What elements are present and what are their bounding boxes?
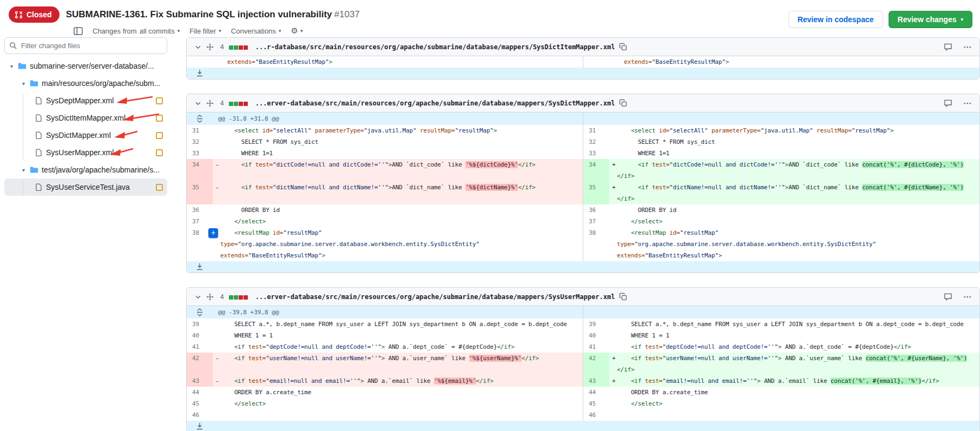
line-number[interactable]: 35: [187, 182, 213, 204]
tree-item-label: SysDeptMapper.xml: [46, 96, 114, 105]
line-number[interactable]: 32: [583, 136, 609, 148]
line-number[interactable]: 43: [187, 375, 213, 387]
expand-hunk-button[interactable]: [187, 306, 213, 319]
line-number[interactable]: 37: [583, 216, 609, 227]
code-token: [220, 161, 241, 168]
copy-path-button[interactable]: [619, 293, 627, 301]
line-number[interactable]: 43: [583, 375, 609, 387]
file-filter-dropdown[interactable]: File filter▾: [189, 27, 221, 35]
line-number[interactable]: 31: [583, 125, 609, 136]
line-number[interactable]: 42: [187, 353, 213, 375]
drag-handle-icon[interactable]: [206, 43, 214, 51]
file-comment-button[interactable]: [944, 43, 952, 51]
line-number[interactable]: 34: [583, 159, 609, 182]
diff-side-new: 42+ <if test="userName!=null and userNam…: [583, 353, 979, 375]
line-number[interactable]: 38: [583, 227, 609, 261]
line-number[interactable]: 39: [583, 319, 609, 330]
diff-marker: [609, 216, 617, 227]
code-token: <select: [234, 127, 259, 134]
diff-marker: [609, 148, 617, 159]
diff-side-new: 44 ORDER BY a.create_time: [583, 387, 979, 398]
copy-path-button[interactable]: [619, 99, 627, 107]
file-menu-button[interactable]: ⋯: [963, 101, 972, 106]
diffstat-deletion-square: [239, 102, 243, 106]
drag-handle-icon[interactable]: [206, 293, 214, 301]
line-number[interactable]: 46: [583, 409, 609, 421]
diff-row: 35- <if test="dictName!=null and dictNam…: [187, 182, 979, 204]
chevron-down-icon: ▾: [961, 17, 963, 22]
expand-down-button[interactable]: [187, 69, 213, 77]
file-menu-button[interactable]: ⋯: [963, 294, 972, 300]
line-number[interactable]: 39: [187, 319, 213, 330]
line-number[interactable]: 41: [187, 341, 213, 353]
copy-path-button[interactable]: [619, 43, 627, 51]
line-number[interactable]: 40: [187, 330, 213, 341]
code-cell: WHERE 1=1: [609, 148, 979, 159]
line-number[interactable]: 45: [187, 398, 213, 409]
drag-handle-icon[interactable]: [206, 100, 214, 107]
tree-file-sysdictmapper-xml[interactable]: SysDictMapper.xml: [4, 127, 167, 144]
code-line: </select>: [617, 216, 979, 227]
review-in-codespace-button[interactable]: Review in codespace: [788, 11, 883, 28]
code-token: [220, 355, 234, 362]
collapse-file-chevron-icon[interactable]: [194, 293, 202, 301]
line-number[interactable]: 32: [187, 136, 213, 148]
line-number[interactable]: 36: [583, 204, 609, 216]
line-number[interactable]: 31: [187, 125, 213, 136]
add-line-comment-button[interactable]: +: [208, 228, 218, 238]
line-number[interactable]: 35: [583, 182, 609, 204]
collapse-file-chevron-icon[interactable]: [194, 43, 202, 51]
line-number[interactable]: 34: [187, 159, 213, 182]
code-line: </if>: [617, 193, 979, 204]
file-comment-button[interactable]: [944, 99, 952, 107]
code-token: extends=: [227, 58, 255, 65]
file-comment-button[interactable]: [944, 293, 952, 301]
line-number[interactable]: 42: [583, 353, 609, 375]
line-number[interactable]: 45: [583, 398, 609, 409]
code-token: id=: [259, 127, 273, 134]
filter-changed-files-input[interactable]: [4, 37, 167, 54]
tree-file-sysdeptmapper-xml[interactable]: SysDeptMapper.xml: [4, 92, 167, 109]
line-number[interactable]: 38+: [187, 227, 213, 261]
collapse-file-chevron-icon[interactable]: [194, 100, 202, 107]
code-line: ORDER BY a.create_time: [220, 387, 583, 398]
tree-folder-test-java-org-apache-submarine-s-[interactable]: ▾test/java/org/apache/submarine/s...: [4, 161, 167, 178]
diff-row: extends="BaseEntityResultMap"> extends="…: [187, 56, 979, 68]
conversations-dropdown[interactable]: Conversations▾: [231, 27, 281, 35]
line-number[interactable]: 44: [583, 387, 609, 398]
tree-folder-submarine-server-server-database-[interactable]: ▾submarine-server/server-database/...: [4, 57, 167, 75]
line-number[interactable]: 33: [187, 148, 213, 159]
tree-folder-main-resources-org-apache-subm-[interactable]: ▾main/resources/org/apache/subm...: [4, 75, 167, 92]
line-number[interactable]: 40: [583, 330, 609, 341]
tree-file-sysdictitemmapper-xml[interactable]: SysDictItemMapper.xml: [4, 109, 167, 127]
review-changes-button[interactable]: Review changes▾: [889, 11, 972, 28]
file-menu-button[interactable]: ⋯: [963, 44, 972, 50]
diff-side-new: 34+ <if test="dictCode!=null and dictCod…: [583, 159, 979, 182]
line-number[interactable]: 44: [187, 387, 213, 398]
changed-lines-count: 4: [220, 100, 224, 107]
expand-down-button[interactable]: [187, 263, 213, 271]
line-number[interactable]: 46: [187, 409, 213, 421]
file-tree-sidebar: ▾submarine-server/server-database/...▾ma…: [0, 35, 172, 196]
line-number[interactable]: 33: [583, 148, 609, 159]
expand-hunk-button[interactable]: [187, 112, 213, 125]
changes-from-dropdown[interactable]: Changes fromall commits▾: [93, 27, 180, 35]
code-line: <resultMap id="resultMap": [617, 227, 979, 238]
code-cell: SELECT a.*, b.dept_name FROM sys_user a …: [609, 319, 979, 330]
line-number[interactable]: 37: [187, 216, 213, 227]
line-number[interactable]: [583, 56, 609, 68]
line-number[interactable]: 36: [187, 204, 213, 216]
code-token: AND a.`dept_code` = #{deptCode}: [385, 343, 497, 350]
expand-down-button[interactable]: [187, 422, 213, 430]
code-line: extends="BaseEntityResultMap">: [220, 250, 583, 261]
diff-settings-dropdown[interactable]: ⚙▾: [291, 26, 303, 36]
line-number[interactable]: [187, 56, 213, 68]
code-token: test=: [641, 377, 662, 384]
tree-file-sysusermapper-xml[interactable]: SysUserMapper.xml: [4, 144, 167, 161]
code-token: "resultMap": [284, 229, 322, 236]
code-token: [617, 400, 631, 407]
code-lines: <select id="selectAll" parameterType="ja…: [617, 125, 979, 136]
line-number[interactable]: 41: [583, 341, 609, 353]
file-tree-toggle[interactable]: [74, 27, 83, 35]
tree-file-sysuserservicetest-java[interactable]: SysUserServiceTest.java: [4, 178, 167, 196]
